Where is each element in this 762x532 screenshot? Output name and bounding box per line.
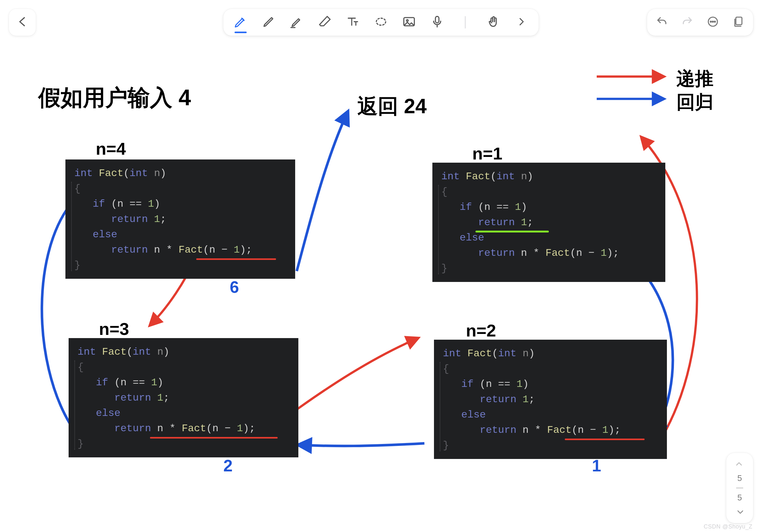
redo-button[interactable] (681, 16, 694, 29)
text-tool[interactable] (345, 15, 360, 30)
code-block-n2: int Fact(int n) { if (n == 1) return 1; … (434, 340, 667, 459)
svg-point-0 (376, 18, 385, 25)
value-n4: 6 (230, 278, 239, 297)
svg-rect-9 (736, 17, 742, 25)
undo-button[interactable] (655, 16, 668, 29)
more-icon (707, 16, 719, 29)
lasso-icon (374, 15, 388, 30)
mic-tool[interactable] (429, 15, 445, 30)
legend-blue-label: 回归 (676, 90, 714, 115)
pen-icon (234, 15, 248, 30)
return-label: 返回 24 (357, 93, 426, 120)
code-block-n1: int Fact(int n) { if (n == 1) return 1; … (432, 163, 665, 282)
n1-label: n=1 (472, 144, 502, 163)
image-tool[interactable] (402, 15, 417, 30)
page-total: 5 (737, 493, 742, 503)
chevron-down-icon (735, 508, 744, 516)
underline-n4 (196, 258, 276, 260)
more-button[interactable] (707, 16, 719, 29)
redo-icon (681, 16, 693, 29)
note-canvas[interactable]: 假如用户输入 4 返回 24 递推 回归 n=4 n=3 n=2 n=1 满足限… (0, 0, 762, 532)
underline-n3 (150, 437, 277, 438)
n3-label: n=3 (99, 319, 129, 339)
pages-icon (732, 16, 744, 29)
page-current: 5 (737, 473, 742, 483)
hand-icon (486, 15, 500, 30)
page-prev[interactable] (735, 459, 744, 469)
underline-n1 (476, 231, 549, 233)
chevron-right-icon (516, 16, 527, 29)
title-note: 假如用户输入 4 (38, 83, 191, 113)
highlighter-icon (290, 15, 304, 30)
gesture-tool[interactable] (486, 15, 501, 30)
back-button[interactable] (9, 9, 36, 36)
undo-icon (656, 16, 668, 29)
lasso-tool[interactable] (373, 15, 389, 30)
chevron-up-icon (735, 460, 744, 468)
value-n3: 2 (223, 456, 233, 475)
back-arrow-icon (16, 16, 29, 29)
page-divider (736, 488, 743, 488)
svg-point-2 (407, 20, 409, 22)
n4-label: n=4 (96, 139, 126, 159)
pages-button[interactable] (732, 16, 745, 29)
watermark: CSDN @Shoyu_Z (704, 523, 752, 530)
svg-rect-3 (435, 17, 439, 23)
text-icon (346, 15, 360, 30)
svg-point-8 (715, 21, 716, 22)
n2-label: n=2 (466, 320, 496, 340)
tool-toolbar (223, 9, 539, 36)
legend-red-label: 递推 (676, 66, 714, 91)
more-tools[interactable] (514, 15, 529, 30)
svg-point-7 (712, 21, 713, 22)
underline-n2 (565, 438, 645, 440)
right-toolbar (647, 9, 753, 36)
pencil-icon (262, 15, 276, 30)
code-block-n4: int Fact(int n) { if (n == 1) return 1; … (65, 160, 295, 279)
page-next[interactable] (735, 507, 744, 517)
highlighter-tool[interactable] (289, 15, 304, 30)
pencil-tool[interactable] (261, 15, 276, 30)
code-block-n3: int Fact(int n) { if (n == 1) return 1; … (69, 338, 298, 457)
value-n2: 1 (592, 456, 601, 475)
image-icon (402, 15, 416, 30)
pen-tool[interactable] (233, 15, 248, 30)
svg-point-6 (710, 21, 711, 22)
eraser-icon (318, 15, 332, 30)
mic-icon (430, 15, 444, 30)
divider (458, 15, 473, 30)
eraser-tool[interactable] (317, 15, 333, 30)
page-navigator: 5 5 (726, 453, 753, 523)
